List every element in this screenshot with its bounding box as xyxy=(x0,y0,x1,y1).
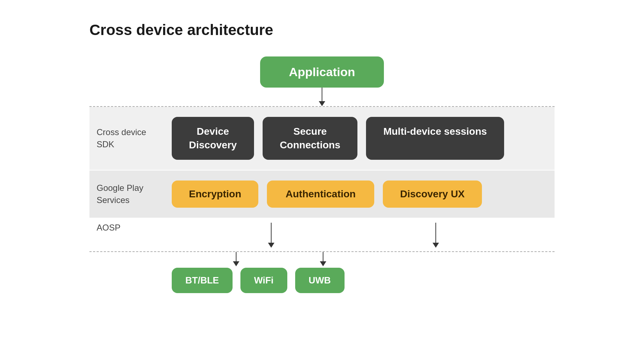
bottom-spacer xyxy=(89,252,168,293)
secure-connections-box: SecureConnections xyxy=(263,117,358,160)
top-section: Application xyxy=(89,56,555,106)
app-arrow xyxy=(319,88,325,106)
arrow-btble-bottom xyxy=(233,252,239,266)
encryption-box: Encryption xyxy=(172,181,258,208)
application-box: Application xyxy=(260,56,384,88)
aosp-arrows-area xyxy=(168,223,555,251)
discovery-ux-box: Discovery UX xyxy=(383,181,482,208)
arrow-btble-wifi xyxy=(268,223,274,248)
bottom-section: BT/BLE WiFi UWB xyxy=(89,252,555,293)
authentication-box: Authentication xyxy=(267,181,374,208)
uwb-box: UWB xyxy=(295,268,345,293)
page-title: Cross device architecture xyxy=(89,21,555,39)
sdk-band: Cross deviceSDK DeviceDiscovery SecureCo… xyxy=(89,107,555,170)
sdk-boxes: DeviceDiscovery SecureConnections Multi-… xyxy=(168,117,555,160)
arrow-uwb-bottom xyxy=(320,252,326,266)
bottom-arrows xyxy=(172,252,555,266)
bt-ble-box: BT/BLE xyxy=(172,268,233,293)
bottom-boxes-row: BT/BLE WiFi UWB xyxy=(172,268,555,293)
bottom-content: BT/BLE WiFi UWB xyxy=(168,252,555,293)
aosp-label: AOSP xyxy=(89,223,168,251)
gps-label: Google PlayServices xyxy=(89,182,168,206)
aosp-row: AOSP xyxy=(89,218,555,251)
multi-device-sessions-box: Multi-device sessions xyxy=(366,117,504,160)
arrow-uwb xyxy=(433,223,439,248)
gps-band: Google PlayServices Encryption Authentic… xyxy=(89,170,555,218)
device-discovery-box: DeviceDiscovery xyxy=(172,117,254,160)
arrows-height-container xyxy=(172,223,555,251)
gps-boxes: Encryption Authentication Discovery UX xyxy=(168,181,555,208)
wifi-box: WiFi xyxy=(240,268,287,293)
sdk-label: Cross deviceSDK xyxy=(89,126,168,150)
